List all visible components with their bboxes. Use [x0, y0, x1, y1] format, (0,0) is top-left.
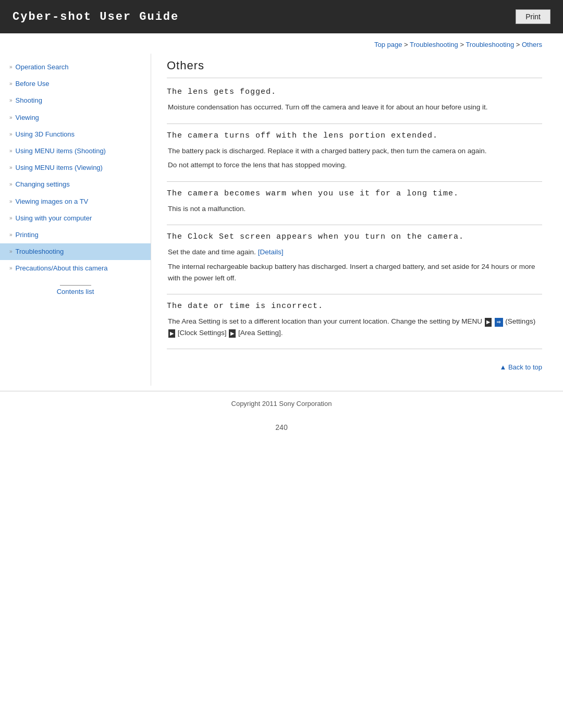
section-clock-set: The Clock Set screen appears when you tu… — [167, 232, 542, 294]
sidebar-label: Operation Search — [16, 63, 69, 72]
breadcrumb-others[interactable]: Others — [522, 41, 542, 48]
sidebar-item-viewing[interactable]: » Viewing — [0, 109, 151, 126]
bullet-icon: » — [9, 147, 13, 155]
sidebar-label: Using 3D Functions — [16, 130, 75, 139]
sidebar-label: Using with your computer — [16, 214, 92, 223]
nav-arrow-menu: ▶ — [485, 318, 492, 326]
sidebar-label: Precautions/About this camera — [16, 264, 108, 273]
section-title-camera-warm: The camera becomes warm when you use it … — [167, 189, 542, 198]
copyright-text: Copyright 2011 Sony Corporation — [231, 400, 332, 408]
bullet-icon: » — [9, 181, 13, 188]
sidebar-label: Viewing images on a TV — [16, 197, 89, 206]
sidebar: » Operation Search » Before Use » Shooti… — [0, 54, 151, 386]
bullet-icon: » — [9, 131, 13, 138]
section-title-lens-fogged: The lens gets fogged. — [167, 88, 542, 96]
sidebar-label: Before Use — [16, 79, 50, 89]
contents-list-link[interactable]: Contents list — [57, 288, 94, 295]
sidebar-item-changing-settings[interactable]: » Changing settings — [0, 176, 151, 193]
sidebar-divider — [60, 285, 91, 286]
sidebar-item-troubleshooting[interactable]: » Troubleshooting — [0, 243, 151, 260]
section-camera-turns-off: The camera turns off with the lens porti… — [167, 131, 542, 182]
nav-arrow-right: ⇨ — [495, 318, 503, 326]
sidebar-label: Using MENU items (Shooting) — [16, 146, 106, 156]
sidebar-label: Printing — [16, 230, 39, 240]
section-body-date-time: The Area Setting is set to a different l… — [168, 316, 542, 338]
details-link[interactable]: [Details] — [258, 248, 284, 256]
bullet-icon: » — [9, 198, 13, 205]
section-body-lens-fogged: Moisture condensation has occurred. Turn… — [168, 102, 542, 113]
breadcrumb-troubleshooting1[interactable]: Troubleshooting — [410, 41, 458, 48]
sidebar-item-shooting[interactable]: » Shooting — [0, 92, 151, 109]
para-date-time-1: The Area Setting is set to a different l… — [168, 316, 542, 338]
back-to-top-row: ▲ Back to top — [167, 356, 542, 375]
nav-arrow-settings: ▶ — [168, 329, 175, 338]
bullet-icon: » — [9, 265, 13, 272]
bullet-icon: » — [9, 114, 13, 121]
section-body-camera-turns-off: The battery pack is discharged. Replace … — [168, 145, 542, 171]
bullet-icon: » — [9, 248, 13, 255]
breadcrumb-sep2: > — [460, 41, 466, 48]
page-title: Others — [167, 59, 542, 78]
para-camera-turns-off-1: The battery pack is discharged. Replace … — [168, 145, 542, 157]
bullet-icon: » — [9, 64, 13, 71]
para-camera-warm-1: This is not a malfunction. — [168, 203, 542, 215]
nav-arrow-clock: ▶ — [229, 329, 236, 338]
sidebar-item-viewing-tv[interactable]: » Viewing images on a TV — [0, 193, 151, 210]
back-to-top-link[interactable]: ▲ Back to top — [499, 363, 542, 371]
sidebar-item-computer[interactable]: » Using with your computer — [0, 210, 151, 227]
sidebar-item-printing[interactable]: » Printing — [0, 227, 151, 243]
breadcrumb-sep1: > — [404, 41, 410, 48]
sidebar-label: Troubleshooting — [16, 247, 64, 256]
para-lens-fogged-1: Moisture condensation has occurred. Turn… — [168, 102, 542, 113]
print-button[interactable]: Print — [516, 9, 550, 24]
bullet-icon: » — [9, 80, 13, 88]
sidebar-label: Viewing — [16, 113, 39, 122]
sidebar-label: Shooting — [16, 96, 42, 105]
sidebar-label: Changing settings — [16, 180, 70, 189]
sidebar-item-before-use[interactable]: » Before Use — [0, 76, 151, 92]
bullet-icon: » — [9, 97, 13, 104]
breadcrumb: Top page > Troubleshooting > Troubleshoo… — [0, 33, 563, 54]
sidebar-item-menu-shooting[interactable]: » Using MENU items (Shooting) — [0, 143, 151, 159]
page-footer: Copyright 2011 Sony Corporation — [0, 391, 563, 413]
sidebar-item-operation-search[interactable]: » Operation Search — [0, 59, 151, 76]
sidebar-item-menu-viewing[interactable]: » Using MENU items (Viewing) — [0, 159, 151, 176]
section-title-date-time: The date or time is incorrect. — [167, 302, 542, 311]
app-title: Cyber-shot User Guide — [13, 10, 179, 23]
sidebar-item-3d-functions[interactable]: » Using 3D Functions — [0, 126, 151, 143]
bullet-icon: » — [9, 164, 13, 171]
bullet-icon: » — [9, 231, 13, 239]
section-title-camera-turns-off: The camera turns off with the lens porti… — [167, 131, 542, 140]
section-body-camera-warm: This is not a malfunction. — [168, 203, 542, 215]
sidebar-footer: Contents list — [0, 282, 151, 295]
sidebar-item-precautions[interactable]: » Precautions/About this camera — [0, 260, 151, 277]
bullet-icon: » — [9, 215, 13, 222]
section-body-clock-set: Set the date and time again. [Details] T… — [168, 246, 542, 283]
breadcrumb-troubleshooting2[interactable]: Troubleshooting — [466, 41, 514, 48]
page-header: Cyber-shot User Guide Print — [0, 0, 563, 33]
section-title-clock-set: The Clock Set screen appears when you tu… — [167, 232, 542, 241]
breadcrumb-sep3: > — [516, 41, 522, 48]
section-date-time: The date or time is incorrect. The Area … — [167, 302, 542, 349]
page-number: 240 — [0, 413, 563, 437]
para-camera-turns-off-2: Do not attempt to force the lens that ha… — [168, 159, 542, 171]
section-camera-warm: The camera becomes warm when you use it … — [167, 189, 542, 226]
main-layout: » Operation Search » Before Use » Shooti… — [0, 54, 563, 386]
section-lens-fogged: The lens gets fogged. Moisture condensat… — [167, 88, 542, 124]
para-clock-set-2: The internal rechargeable backup battery… — [168, 261, 542, 283]
breadcrumb-top-page[interactable]: Top page — [374, 41, 402, 48]
sidebar-label: Using MENU items (Viewing) — [16, 163, 103, 172]
para-clock-set-1: Set the date and time again. [Details] — [168, 246, 542, 258]
main-content-area: Others The lens gets fogged. Moisture co… — [151, 54, 563, 386]
